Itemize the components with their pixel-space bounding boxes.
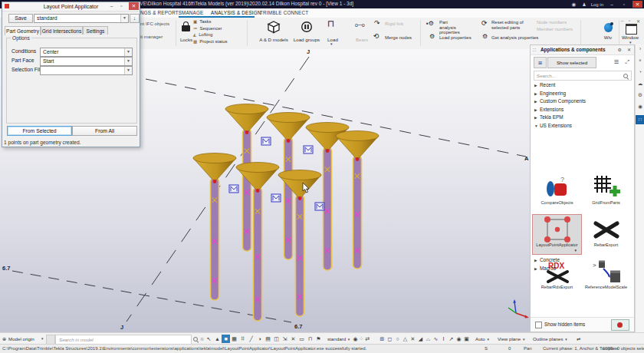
app-item-gridfromparts[interactable]: GridFromParts bbox=[582, 173, 630, 212]
save-button[interactable]: Save bbox=[8, 14, 33, 23]
merge-nodes-label[interactable]: Merge nodes bbox=[385, 35, 412, 41]
chevron-right-icon[interactable]: ▶ bbox=[534, 84, 540, 87]
pile[interactable] bbox=[306, 123, 349, 271]
reset-editing-icon[interactable]: ⟳ bbox=[481, 19, 488, 27]
load-label[interactable]: Load bbox=[324, 37, 341, 42]
chevron-right-icon[interactable]: ▶ bbox=[534, 92, 540, 96]
from-selected-button[interactable]: From Selected bbox=[7, 126, 72, 136]
ribbon-item-tasks[interactable]: ▣Tasks bbox=[193, 19, 212, 24]
wiv-icon[interactable] bbox=[604, 23, 613, 32]
tree-item-recent[interactable]: ▶Recent bbox=[531, 82, 634, 91]
toolbar-icon[interactable]: ✕ bbox=[289, 335, 297, 343]
toolbar-icon[interactable]: ▭ bbox=[297, 335, 306, 343]
window-label[interactable]: Window bbox=[619, 35, 641, 40]
toolbar-icon[interactable]: ◫ bbox=[272, 335, 281, 343]
ribbon-fragment-manager[interactable]: it manager bbox=[140, 34, 163, 39]
tree-item-extensions[interactable]: ▶Extensions bbox=[531, 107, 634, 115]
expand-panel-icon[interactable]: › bbox=[636, 46, 644, 51]
layout-point-symbol[interactable] bbox=[229, 185, 238, 193]
restore-button[interactable]: ▫ bbox=[620, 2, 628, 7]
from-all-button[interactable]: From All bbox=[72, 126, 137, 136]
show-hidden-checkbox[interactable] bbox=[535, 322, 542, 328]
dialog-minimize-button[interactable]: – bbox=[107, 2, 117, 10]
history-icon[interactable]: ◔ bbox=[636, 69, 644, 74]
load-dropdown-arrow[interactable]: ▼ bbox=[330, 42, 333, 46]
dialog-restore-button[interactable]: ▫ bbox=[117, 2, 127, 10]
app-item-compareobjects[interactable]: ?CompareObjects bbox=[533, 173, 581, 212]
toolbar-icon[interactable]: ▦ bbox=[230, 335, 238, 343]
apps-components-icon[interactable]: ∷ bbox=[636, 115, 644, 124]
view-close-button[interactable]: ✕ bbox=[636, 18, 640, 24]
cloud-icon[interactable]: ☁ bbox=[636, 81, 644, 87]
toolbar-icon[interactable]: ╱ bbox=[247, 335, 255, 343]
model-search-icon[interactable] bbox=[193, 337, 198, 341]
app-item-layoutpointapplicator[interactable]: LayoutPointApplicator▼ bbox=[533, 215, 581, 254]
chevron-right-icon[interactable]: ▶ bbox=[534, 100, 540, 104]
selection-filter-combobox[interactable]: ▼ bbox=[40, 66, 133, 75]
search-options-icon[interactable]: ≋ bbox=[200, 336, 204, 341]
tab-drawings-reports[interactable]: NGS & REPORTS bbox=[140, 10, 182, 15]
chevron-right-icon[interactable]: ▶ bbox=[534, 259, 540, 262]
combo-arrow-icon[interactable]: ▼ bbox=[120, 15, 128, 22]
panel-search-field[interactable]: Search... bbox=[534, 71, 632, 81]
ad-models-label[interactable]: A & D models bbox=[255, 37, 293, 42]
auto-combo[interactable]: Auto ▼ bbox=[473, 335, 492, 343]
dialog-close-button[interactable]: ✕ bbox=[129, 2, 139, 10]
thumbnails-view-button[interactable]: ⊞ bbox=[534, 57, 547, 68]
pile[interactable] bbox=[336, 131, 379, 269]
load-properties-icon[interactable]: ⚙ bbox=[429, 33, 435, 40]
app-item-rebarexport[interactable]: RebarExport bbox=[582, 215, 630, 254]
outline-planes-combo[interactable]: Outline planes ▼ bbox=[531, 335, 570, 343]
ribbon-item-project-status[interactable]: ▦Project status bbox=[193, 39, 228, 44]
panel-header[interactable]: ∷ Applications & components ⚙ ✕ bbox=[531, 45, 634, 55]
key-icon[interactable]: ⚬ bbox=[636, 58, 644, 64]
tab-settings[interactable]: Settings bbox=[83, 26, 108, 35]
chevron-right-icon[interactable]: ▶ bbox=[534, 116, 540, 120]
ad-models-icon[interactable] bbox=[267, 20, 281, 34]
ribbon-item-sequencer[interactable]: ≔Sequencer bbox=[193, 26, 222, 31]
toolbar-icon[interactable]: ▣ bbox=[462, 335, 471, 343]
get-analysis-properties-label[interactable]: Get analysis properties bbox=[491, 35, 538, 41]
tree-item-tekla-epm[interactable]: ▶Tekla EPM bbox=[531, 114, 634, 123]
view-restore-button[interactable]: ▫ bbox=[629, 18, 630, 23]
minimize-button[interactable]: – bbox=[608, 2, 616, 7]
profile-combobox[interactable]: standard ▼ bbox=[34, 14, 129, 23]
conditions-combobox[interactable]: Center▼ bbox=[40, 48, 133, 57]
view-minimize-button[interactable]: – bbox=[621, 18, 623, 23]
panel-close-icon[interactable]: ✕ bbox=[627, 47, 631, 52]
toolbar-icon[interactable]: ◑ bbox=[255, 335, 264, 343]
toolbar-icon[interactable]: ⇄ bbox=[363, 335, 372, 343]
tab-grid-intersections[interactable]: Grid Intersections bbox=[41, 26, 83, 35]
part-analysis-properties-icon[interactable]: ▪⚙ bbox=[426, 20, 434, 27]
layout-point-symbol[interactable] bbox=[271, 194, 281, 202]
ribbon-fragment-ifc[interactable]: nt IFC objects bbox=[140, 21, 169, 26]
model-origin-combo[interactable]: Model origin bbox=[8, 336, 34, 341]
toolbar-icon[interactable]: ▲ bbox=[213, 335, 222, 343]
model-origin-arrow[interactable]: ▼ bbox=[41, 337, 44, 341]
tab-trimble-connect[interactable]: TRIMBLE CONNECT bbox=[260, 10, 308, 15]
snapping-standard-combo[interactable]: standard ▼ bbox=[325, 335, 353, 343]
tab-analysis-design[interactable]: ANALYSIS & DESIGN bbox=[211, 10, 261, 15]
pile[interactable] bbox=[193, 153, 236, 301]
chevron-right-icon[interactable]: ▶ bbox=[534, 267, 540, 271]
layout-point-symbol[interactable] bbox=[261, 137, 271, 145]
load-groups-icon[interactable] bbox=[301, 21, 313, 33]
info-icon[interactable]: ◉ bbox=[570, 2, 577, 8]
toolbar-icon[interactable]: ■ bbox=[222, 335, 230, 343]
record-button[interactable] bbox=[611, 319, 629, 331]
expand-arrows-icon[interactable]: ⤢ bbox=[625, 59, 629, 65]
load-icon[interactable]: ⊓ bbox=[327, 18, 334, 29]
panel-settings-gear-icon[interactable]: ⚙ bbox=[618, 47, 622, 52]
toolbar-icon[interactable]: ⊓ bbox=[306, 335, 314, 343]
layout-point-symbol[interactable] bbox=[315, 203, 324, 210]
toolbar-icon[interactable]: ↖ bbox=[205, 335, 213, 343]
drag-handle-icon[interactable]: ∷ bbox=[533, 47, 536, 52]
tree-item-us-extensions[interactable]: ▼US Extensions bbox=[531, 123, 634, 131]
load-groups-label[interactable]: Load groups bbox=[290, 37, 324, 42]
list-menu-icon[interactable]: ☰ bbox=[614, 59, 619, 65]
locks-icon[interactable] bbox=[182, 25, 190, 31]
merge-nodes-icon[interactable]: ⟲ bbox=[373, 32, 380, 40]
dialog-title-bar[interactable]: Layout Point Applicator – ▫ ✕ bbox=[2, 2, 140, 12]
tree-item-macros[interactable]: ▶Macros bbox=[531, 266, 634, 274]
user-circle-icon[interactable]: ◉ bbox=[636, 104, 644, 110]
